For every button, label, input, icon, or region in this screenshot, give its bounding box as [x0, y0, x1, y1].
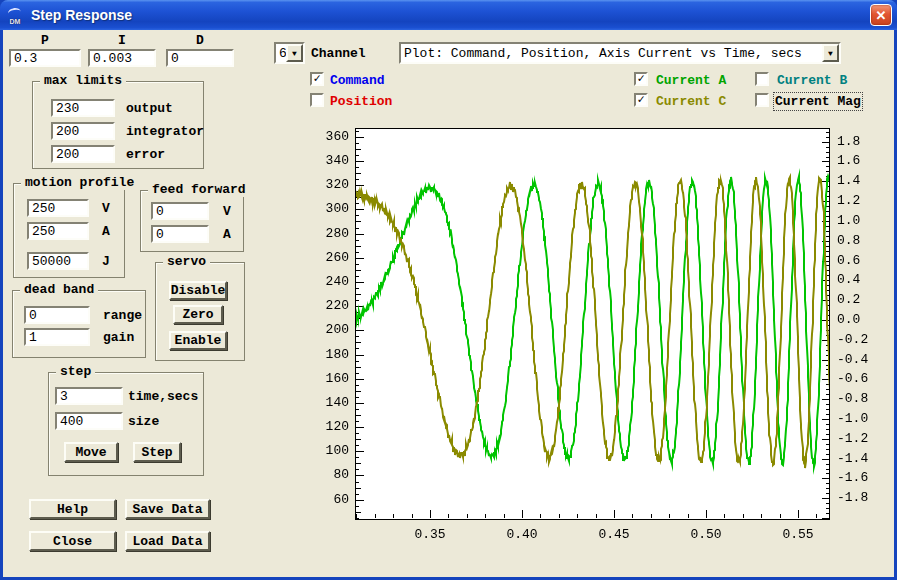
feed-forward-legend: feed forward — [148, 182, 250, 197]
load-data-button[interactable]: Load Data — [125, 531, 210, 551]
dead-band-gain-label: gain — [103, 330, 134, 345]
y-right-tick-label: 0.6 — [837, 253, 881, 268]
y-left-tick-label: 80 — [303, 467, 349, 482]
y-left-tick-label: 120 — [303, 419, 349, 434]
current-a-checkbox-label[interactable]: Current A — [656, 73, 726, 88]
step-size-label: size — [128, 414, 159, 429]
p-label: P — [9, 33, 81, 48]
y-right-tick-label: -1.2 — [837, 431, 881, 446]
p-field[interactable] — [9, 49, 81, 67]
x-tick-label: 0.55 — [777, 527, 819, 542]
current-mag-checkbox[interactable] — [755, 93, 769, 107]
ff-v-field[interactable] — [151, 202, 209, 220]
dead-band-legend: dead band — [20, 282, 98, 297]
channel-label: Channel — [311, 46, 366, 61]
dialog-content: P I D 6 ▼ Channel Plot: Command, Positio… — [3, 30, 894, 577]
motion-j-label: J — [102, 254, 110, 269]
channel-value: 6 — [276, 46, 286, 61]
plot-select-combobox[interactable]: Plot: Command, Position, Axis Current vs… — [399, 42, 841, 64]
close-button[interactable]: Close — [29, 531, 116, 551]
motion-j-field[interactable] — [27, 252, 89, 270]
max-limits-legend: max limits — [40, 73, 126, 88]
y-right-tick-label: 0.0 — [837, 312, 881, 327]
servo-zero-button[interactable]: Zero — [173, 305, 223, 324]
dead-band-group: dead band range gain — [12, 290, 146, 358]
save-data-button[interactable]: Save Data — [125, 499, 210, 519]
motion-profile-legend: motion profile — [21, 175, 138, 190]
step-size-field[interactable] — [55, 412, 123, 430]
plot-select-value: Plot: Command, Position, Axis Current vs… — [401, 46, 822, 61]
close-window-button[interactable]: ✕ — [870, 4, 892, 26]
y-left-tick-label: 200 — [303, 322, 349, 337]
position-checkbox[interactable] — [310, 93, 324, 107]
app-icon: DM — [5, 5, 25, 25]
servo-enable-button[interactable]: Enable — [169, 331, 227, 350]
help-button[interactable]: Help — [29, 499, 116, 519]
y-left-tick-label: 260 — [303, 250, 349, 265]
motion-v-field[interactable] — [27, 199, 89, 217]
window-title: Step Response — [31, 7, 132, 23]
y-left-tick-label: 180 — [303, 347, 349, 362]
current-mag-checkbox-label[interactable]: Current Mag — [775, 94, 861, 109]
y-right-tick-label: -1.4 — [837, 451, 881, 466]
max-output-field[interactable] — [51, 99, 115, 117]
i-field[interactable] — [88, 49, 156, 67]
y-left-tick-label: 320 — [303, 177, 349, 192]
current-a-checkbox[interactable]: ✓ — [634, 72, 648, 86]
dead-band-gain-field[interactable] — [24, 328, 90, 346]
y-left-tick-label: 60 — [303, 492, 349, 507]
max-integrator-field[interactable] — [51, 122, 115, 140]
position-checkbox-label[interactable]: Position — [330, 94, 392, 109]
step-time-field[interactable] — [55, 387, 123, 405]
d-label: D — [166, 33, 234, 48]
command-checkbox-label[interactable]: Command — [330, 73, 385, 88]
ff-a-field[interactable] — [151, 225, 209, 243]
y-right-tick-label: 1.0 — [837, 213, 881, 228]
channel-combobox[interactable]: 6 ▼ — [274, 42, 305, 64]
y-right-tick-label: -1.8 — [837, 490, 881, 505]
y-left-tick-label: 300 — [303, 201, 349, 216]
d-field[interactable] — [166, 49, 234, 67]
x-tick-label: 0.45 — [593, 527, 635, 542]
max-limits-group: max limits output integrator error — [32, 81, 204, 169]
max-error-label: error — [126, 147, 165, 162]
step-response-plot — [355, 128, 830, 520]
servo-disable-button[interactable]: Disable — [169, 281, 227, 300]
max-output-label: output — [126, 101, 173, 116]
max-error-field[interactable] — [51, 145, 115, 163]
y-right-tick-label: 1.8 — [837, 134, 881, 149]
motion-a-field[interactable] — [27, 222, 89, 240]
current-b-checkbox[interactable] — [755, 72, 769, 86]
current-c-checkbox-label[interactable]: Current C — [656, 94, 726, 109]
servo-group: servo Disable Zero Enable — [155, 262, 245, 361]
move-button[interactable]: Move — [64, 442, 118, 462]
channel-dropdown-arrow-icon[interactable]: ▼ — [286, 44, 303, 62]
x-tick-label: 0.40 — [501, 527, 543, 542]
motion-v-label: V — [102, 201, 110, 216]
step-button[interactable]: Step — [133, 442, 181, 462]
step-legend: step — [56, 364, 95, 379]
title-bar[interactable]: DM Step Response ✕ — [0, 0, 897, 30]
y-left-tick-label: 360 — [303, 129, 349, 144]
dead-band-range-label: range — [103, 308, 142, 323]
y-left-tick-label: 340 — [303, 153, 349, 168]
max-integrator-label: integrator — [126, 124, 204, 139]
command-checkbox[interactable]: ✓ — [310, 72, 324, 86]
plot-select-dropdown-arrow-icon[interactable]: ▼ — [822, 44, 839, 62]
feed-forward-group: feed forward V A — [140, 190, 244, 252]
current-b-checkbox-label[interactable]: Current B — [777, 73, 847, 88]
x-tick-label: 0.35 — [409, 527, 451, 542]
y-right-tick-label: 1.2 — [837, 193, 881, 208]
dead-band-range-field[interactable] — [24, 306, 90, 324]
y-left-tick-label: 160 — [303, 371, 349, 386]
step-group: step time,secs size Move Step — [48, 372, 204, 476]
y-right-tick-label: -0.2 — [837, 332, 881, 347]
y-right-tick-label: -0.8 — [837, 391, 881, 406]
y-right-tick-label: 0.4 — [837, 272, 881, 287]
y-left-tick-label: 140 — [303, 395, 349, 410]
y-right-tick-label: -1.6 — [837, 470, 881, 485]
motion-profile-group: motion profile V A J — [13, 183, 125, 278]
y-left-tick-label: 280 — [303, 226, 349, 241]
motion-a-label: A — [102, 224, 110, 239]
current-c-checkbox[interactable]: ✓ — [634, 93, 648, 107]
